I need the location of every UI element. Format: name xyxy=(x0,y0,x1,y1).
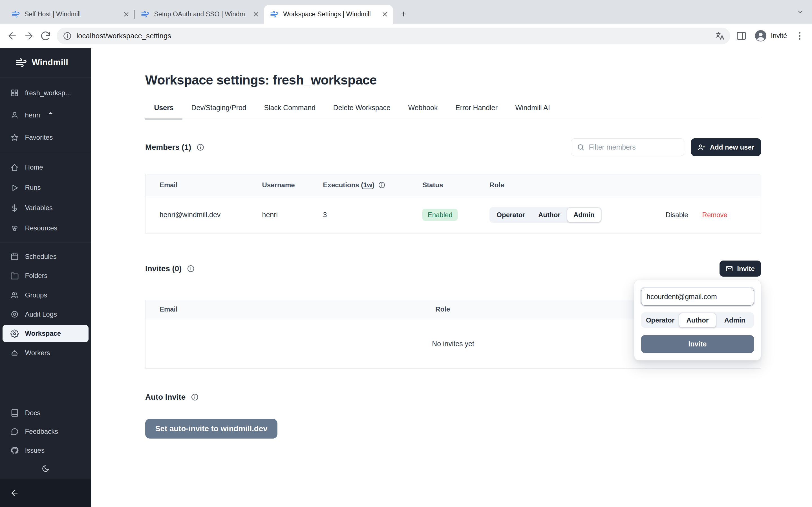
column-executions: Executions (1w) xyxy=(309,181,409,189)
browser-tab-oauth[interactable]: Setup OAuth and SSO | Windm xyxy=(135,5,264,24)
tab-slack-command[interactable]: Slack Command xyxy=(255,104,324,119)
screen: Self Host | Windmill Setup OAuth and SSO… xyxy=(0,0,812,507)
sidebar-item-folders[interactable]: Folders xyxy=(0,266,91,285)
sidebar-item-workers[interactable]: Workers xyxy=(0,343,91,362)
theme-toggle[interactable] xyxy=(0,460,91,480)
role-option-author[interactable]: Author xyxy=(532,208,567,222)
tab-webhook[interactable]: Webhook xyxy=(399,104,447,119)
browser-menu-icon[interactable] xyxy=(794,31,805,41)
windmill-logo[interactable]: Windmill xyxy=(0,48,91,77)
add-new-user-button[interactable]: Add new user xyxy=(691,138,761,156)
mail-icon xyxy=(726,265,733,272)
close-icon[interactable] xyxy=(381,10,389,18)
role-option-operator[interactable]: Operator xyxy=(490,208,532,222)
target-icon xyxy=(10,310,19,319)
sidebar-item-feedbacks[interactable]: Feedbacks xyxy=(0,422,91,441)
search-icon xyxy=(577,144,585,151)
sidebar-item-audit-logs[interactable]: Audit Logs xyxy=(0,305,91,324)
sidebar-item-variables[interactable]: Variables xyxy=(0,198,91,218)
info-icon[interactable] xyxy=(191,393,199,401)
sidebar-item-home[interactable]: Home xyxy=(0,157,91,177)
member-role-cell: Operator Author Admin Disable Remove xyxy=(476,207,761,223)
forward-button[interactable] xyxy=(23,31,35,41)
role-option-admin[interactable]: Admin xyxy=(716,313,753,328)
tab-dev-staging-prod[interactable]: Dev/Staging/Prod xyxy=(183,104,255,119)
brand-label: Windmill xyxy=(32,57,68,67)
side-panel-icon[interactable] xyxy=(736,31,747,41)
browser-tab-self-host[interactable]: Self Host | Windmill xyxy=(5,5,134,24)
sidebar-item-runs[interactable]: Runs xyxy=(0,177,91,198)
members-table-header: Email Username Executions (1w) Status Ro… xyxy=(146,174,761,196)
url-text: localhost/workspace_settings xyxy=(77,32,711,40)
tab-strip: Self Host | Windmill Setup OAuth and SSO… xyxy=(0,0,812,24)
filter-members-field[interactable] xyxy=(589,143,678,151)
star-icon xyxy=(10,133,19,142)
invite-email-input[interactable] xyxy=(641,288,754,305)
gear-icon xyxy=(10,330,19,338)
disable-button[interactable]: Disable xyxy=(666,211,688,219)
role-option-author[interactable]: Author xyxy=(679,313,716,328)
sidebar-item-favorites[interactable]: Favorites xyxy=(0,126,91,149)
new-tab-button[interactable] xyxy=(396,7,411,21)
user-label: henri xyxy=(25,111,40,119)
workspace-switcher-label: fresh_worksp... xyxy=(25,89,71,97)
member-username: henri xyxy=(248,211,309,219)
sidebar-item-docs[interactable]: Docs xyxy=(0,404,91,422)
windmill-favicon xyxy=(270,10,278,18)
sidebar-item-label: Variables xyxy=(25,204,53,212)
chat-icon xyxy=(10,428,19,436)
page-title: Workspace settings: fresh_workspace xyxy=(145,72,761,88)
windmill-logo-icon xyxy=(15,57,27,68)
info-icon[interactable] xyxy=(378,181,386,189)
sidebar-item-label: Resources xyxy=(25,224,57,232)
tab-title: Workspace Settings | Windmill xyxy=(283,10,376,18)
sidebar-item-workspace[interactable]: Workspace xyxy=(3,325,89,342)
windmill-favicon xyxy=(11,10,20,18)
member-executions: 3 xyxy=(309,211,409,219)
table-row: henri@windmill.dev henri 3 Enabled Opera… xyxy=(146,196,761,233)
github-icon xyxy=(10,446,19,455)
tab-title: Self Host | Windmill xyxy=(24,10,118,18)
crown-icon xyxy=(48,111,53,116)
sidebar-item-groups[interactable]: Groups xyxy=(0,286,91,305)
tab-error-handler[interactable]: Error Handler xyxy=(447,104,506,119)
sidebar-item-label: Runs xyxy=(25,184,41,191)
tab-windmill-ai[interactable]: Windmill AI xyxy=(506,104,559,119)
site-info-icon[interactable] xyxy=(63,32,71,40)
sidebar-item-label: Feedbacks xyxy=(25,428,58,436)
profile-button[interactable]: Invité xyxy=(753,29,789,44)
tab-users[interactable]: Users xyxy=(145,104,183,119)
close-icon[interactable] xyxy=(252,10,260,18)
invite-popover: Operator Author Admin Invite xyxy=(634,280,761,360)
info-icon[interactable] xyxy=(197,144,204,151)
main-content: Workspace settings: fresh_workspace User… xyxy=(91,48,812,507)
column-role: Role xyxy=(476,181,761,189)
sidebar-item-schedules[interactable]: Schedules xyxy=(0,247,91,266)
role-option-operator[interactable]: Operator xyxy=(642,313,679,328)
reload-button[interactable] xyxy=(40,31,51,41)
workspace-switcher[interactable]: fresh_worksp... xyxy=(0,82,91,104)
tab-delete-workspace[interactable]: Delete Workspace xyxy=(324,104,399,119)
user-menu[interactable]: henri xyxy=(0,104,91,126)
invite-button[interactable]: Invite xyxy=(719,261,761,277)
translate-icon[interactable] xyxy=(715,31,725,41)
sidebar-item-label: Schedules xyxy=(25,252,57,261)
role-option-admin[interactable]: Admin xyxy=(567,208,601,222)
sidebar-item-issues[interactable]: Issues xyxy=(0,441,91,460)
invite-submit-button[interactable]: Invite xyxy=(641,335,754,353)
remove-button[interactable]: Remove xyxy=(702,211,727,219)
back-button[interactable] xyxy=(7,31,18,41)
column-email: Email xyxy=(146,305,421,313)
address-bar[interactable]: localhost/workspace_settings xyxy=(57,27,730,44)
sidebar-item-resources[interactable]: Resources xyxy=(0,218,91,238)
browser-tab-workspace-settings[interactable]: Workspace Settings | Windmill xyxy=(264,5,393,24)
moon-icon xyxy=(42,464,50,473)
tab-search-chevron-icon[interactable] xyxy=(797,8,804,16)
dollar-icon xyxy=(10,204,19,212)
filter-members-input[interactable] xyxy=(571,138,684,156)
set-auto-invite-button[interactable]: Set auto-invite to windmill.dev xyxy=(145,419,277,439)
helmet-icon xyxy=(10,349,19,357)
info-icon[interactable] xyxy=(187,265,195,273)
collapse-sidebar-button[interactable] xyxy=(0,480,91,507)
close-icon[interactable] xyxy=(122,10,130,18)
